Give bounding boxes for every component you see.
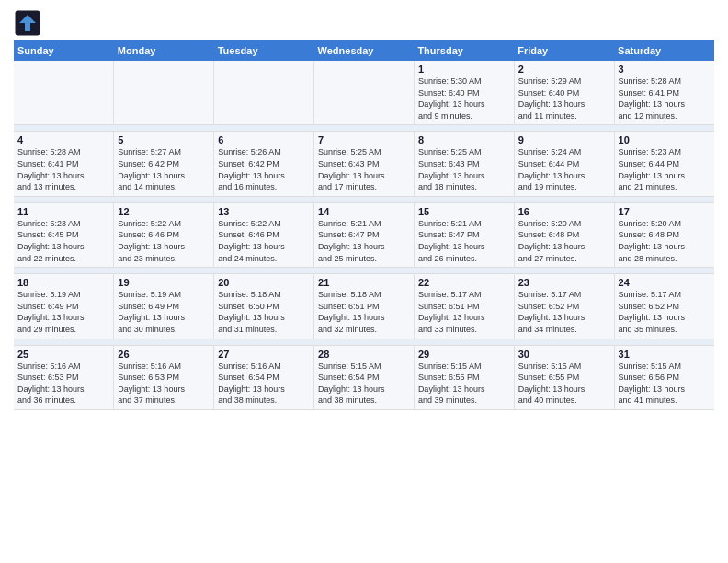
day-info: Sunrise: 5:16 AM Sunset: 6:53 PM Dayligh…: [17, 361, 109, 407]
day-info: Sunrise: 5:15 AM Sunset: 6:55 PM Dayligh…: [518, 361, 610, 407]
calendar-day-header: Sunday: [14, 40, 114, 61]
calendar-cell: 4Sunrise: 5:28 AM Sunset: 6:41 PM Daylig…: [14, 132, 114, 196]
calendar-day-header: Monday: [114, 40, 214, 61]
calendar-week-row: 4Sunrise: 5:28 AM Sunset: 6:41 PM Daylig…: [14, 132, 714, 196]
day-info: Sunrise: 5:16 AM Sunset: 6:53 PM Dayligh…: [118, 361, 210, 407]
calendar-cell: 11Sunrise: 5:23 AM Sunset: 6:45 PM Dayli…: [14, 202, 114, 267]
calendar-cell: 21Sunrise: 5:18 AM Sunset: 6:51 PM Dayli…: [314, 274, 415, 339]
calendar-cell: 10Sunrise: 5:23 AM Sunset: 6:44 PM Dayli…: [614, 132, 714, 196]
day-number: 19: [118, 277, 210, 288]
row-spacer: [14, 339, 714, 345]
calendar-cell: 2Sunrise: 5:29 AM Sunset: 6:40 PM Daylig…: [514, 61, 614, 125]
calendar-cell: 9Sunrise: 5:24 AM Sunset: 6:44 PM Daylig…: [514, 132, 614, 196]
calendar-cell: 6Sunrise: 5:26 AM Sunset: 6:42 PM Daylig…: [214, 132, 314, 196]
day-number: 16: [518, 206, 610, 217]
day-number: 17: [619, 206, 711, 217]
day-number: 26: [118, 349, 210, 360]
day-number: 1: [418, 63, 510, 75]
day-info: Sunrise: 5:18 AM Sunset: 6:51 PM Dayligh…: [318, 289, 410, 335]
day-info: Sunrise: 5:25 AM Sunset: 6:43 PM Dayligh…: [418, 146, 510, 192]
day-info: Sunrise: 5:27 AM Sunset: 6:42 PM Dayligh…: [118, 146, 210, 192]
day-number: 7: [318, 134, 410, 145]
row-spacer: [14, 268, 714, 274]
calendar-cell: 22Sunrise: 5:17 AM Sunset: 6:51 PM Dayli…: [414, 274, 514, 339]
calendar-cell: 23Sunrise: 5:17 AM Sunset: 6:52 PM Dayli…: [514, 274, 614, 339]
calendar-week-row: 18Sunrise: 5:19 AM Sunset: 6:49 PM Dayli…: [14, 274, 714, 339]
day-info: Sunrise: 5:22 AM Sunset: 6:46 PM Dayligh…: [218, 218, 310, 264]
row-spacer: [14, 196, 714, 202]
calendar-cell: 25Sunrise: 5:16 AM Sunset: 6:53 PM Dayli…: [14, 345, 114, 409]
row-spacer: [14, 125, 714, 132]
day-info: Sunrise: 5:17 AM Sunset: 6:51 PM Dayligh…: [418, 289, 510, 335]
day-info: Sunrise: 5:18 AM Sunset: 6:50 PM Dayligh…: [218, 289, 310, 335]
day-number: 11: [17, 206, 109, 217]
day-info: Sunrise: 5:28 AM Sunset: 6:41 PM Dayligh…: [17, 146, 109, 192]
calendar-cell: 8Sunrise: 5:25 AM Sunset: 6:43 PM Daylig…: [414, 132, 514, 196]
day-info: Sunrise: 5:29 AM Sunset: 6:40 PM Dayligh…: [518, 75, 610, 121]
day-number: 5: [118, 134, 210, 145]
calendar-cell: [114, 61, 214, 125]
day-number: 28: [318, 349, 410, 360]
calendar-cell: 29Sunrise: 5:15 AM Sunset: 6:55 PM Dayli…: [414, 345, 514, 409]
day-info: Sunrise: 5:20 AM Sunset: 6:48 PM Dayligh…: [518, 218, 610, 264]
calendar-table: SundayMondayTuesdayWednesdayThursdayFrid…: [14, 40, 714, 410]
day-number: 22: [418, 277, 510, 288]
day-info: Sunrise: 5:21 AM Sunset: 6:47 PM Dayligh…: [318, 218, 410, 264]
day-number: 6: [218, 134, 310, 145]
day-info: Sunrise: 5:15 AM Sunset: 6:55 PM Dayligh…: [418, 361, 510, 407]
calendar-cell: 24Sunrise: 5:17 AM Sunset: 6:52 PM Dayli…: [614, 274, 714, 339]
day-number: 2: [518, 63, 610, 75]
calendar-cell: 20Sunrise: 5:18 AM Sunset: 6:50 PM Dayli…: [214, 274, 314, 339]
calendar-day-header: Friday: [514, 40, 614, 61]
day-info: Sunrise: 5:19 AM Sunset: 6:49 PM Dayligh…: [17, 289, 109, 335]
day-info: Sunrise: 5:22 AM Sunset: 6:46 PM Dayligh…: [118, 218, 210, 264]
calendar-cell: [214, 61, 314, 125]
day-number: 21: [318, 277, 410, 288]
calendar-cell: [314, 61, 415, 125]
day-number: 12: [118, 206, 210, 217]
day-info: Sunrise: 5:15 AM Sunset: 6:56 PM Dayligh…: [619, 361, 711, 407]
calendar-cell: 31Sunrise: 5:15 AM Sunset: 6:56 PM Dayli…: [614, 345, 714, 409]
calendar-day-header: Saturday: [614, 40, 714, 61]
calendar-week-row: 1Sunrise: 5:30 AM Sunset: 6:40 PM Daylig…: [14, 61, 714, 125]
day-info: Sunrise: 5:25 AM Sunset: 6:43 PM Dayligh…: [318, 146, 410, 192]
calendar-day-header: Wednesday: [314, 40, 415, 61]
header: [14, 9, 714, 37]
day-number: 20: [218, 277, 310, 288]
day-info: Sunrise: 5:17 AM Sunset: 6:52 PM Dayligh…: [619, 289, 711, 335]
calendar-cell: 13Sunrise: 5:22 AM Sunset: 6:46 PM Dayli…: [214, 202, 314, 267]
calendar-cell: 15Sunrise: 5:21 AM Sunset: 6:47 PM Dayli…: [414, 202, 514, 267]
calendar-cell: 27Sunrise: 5:16 AM Sunset: 6:54 PM Dayli…: [214, 345, 314, 409]
day-number: 29: [418, 349, 510, 360]
day-number: 13: [218, 206, 310, 217]
calendar-week-row: 11Sunrise: 5:23 AM Sunset: 6:45 PM Dayli…: [14, 202, 714, 267]
day-number: 4: [17, 134, 109, 145]
day-info: Sunrise: 5:28 AM Sunset: 6:41 PM Dayligh…: [619, 75, 711, 121]
day-info: Sunrise: 5:17 AM Sunset: 6:52 PM Dayligh…: [518, 289, 610, 335]
calendar-cell: 19Sunrise: 5:19 AM Sunset: 6:49 PM Dayli…: [114, 274, 214, 339]
day-number: 8: [418, 134, 510, 145]
day-number: 23: [518, 277, 610, 288]
day-number: 10: [619, 134, 711, 145]
day-number: 15: [418, 206, 510, 217]
day-info: Sunrise: 5:15 AM Sunset: 6:54 PM Dayligh…: [318, 361, 410, 407]
calendar-cell: 5Sunrise: 5:27 AM Sunset: 6:42 PM Daylig…: [114, 132, 214, 196]
day-info: Sunrise: 5:23 AM Sunset: 6:45 PM Dayligh…: [17, 218, 109, 264]
day-info: Sunrise: 5:30 AM Sunset: 6:40 PM Dayligh…: [418, 75, 510, 121]
calendar-cell: 3Sunrise: 5:28 AM Sunset: 6:41 PM Daylig…: [614, 61, 714, 125]
calendar-cell: 17Sunrise: 5:20 AM Sunset: 6:48 PM Dayli…: [614, 202, 714, 267]
calendar-cell: 7Sunrise: 5:25 AM Sunset: 6:43 PM Daylig…: [314, 132, 415, 196]
calendar-week-row: 25Sunrise: 5:16 AM Sunset: 6:53 PM Dayli…: [14, 345, 714, 409]
calendar-cell: 18Sunrise: 5:19 AM Sunset: 6:49 PM Dayli…: [14, 274, 114, 339]
day-info: Sunrise: 5:21 AM Sunset: 6:47 PM Dayligh…: [418, 218, 510, 264]
logo: [14, 9, 45, 37]
main-container: SundayMondayTuesdayWednesdayThursdayFrid…: [0, 0, 728, 419]
day-info: Sunrise: 5:24 AM Sunset: 6:44 PM Dayligh…: [518, 146, 610, 192]
day-number: 25: [17, 349, 109, 360]
day-number: 9: [518, 134, 610, 145]
day-info: Sunrise: 5:26 AM Sunset: 6:42 PM Dayligh…: [218, 146, 310, 192]
day-info: Sunrise: 5:19 AM Sunset: 6:49 PM Dayligh…: [118, 289, 210, 335]
day-info: Sunrise: 5:20 AM Sunset: 6:48 PM Dayligh…: [619, 218, 711, 264]
calendar-header-row: SundayMondayTuesdayWednesdayThursdayFrid…: [14, 40, 714, 61]
calendar-day-header: Thursday: [414, 40, 514, 61]
